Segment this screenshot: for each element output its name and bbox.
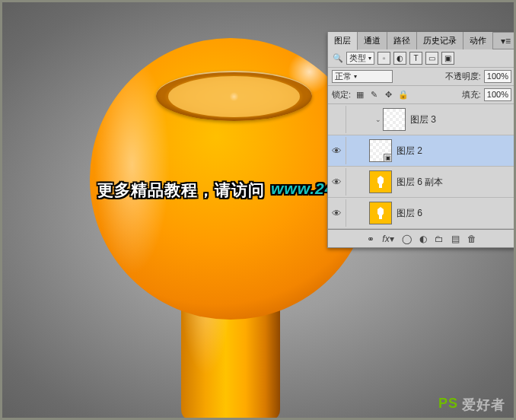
- eye-icon: 👁: [332, 208, 342, 219]
- tab-actions[interactable]: 动作: [463, 32, 493, 49]
- filter-pixel-icon[interactable]: ▫: [377, 52, 390, 65]
- lock-label: 锁定:: [332, 89, 351, 100]
- lock-image-icon[interactable]: ✎: [368, 89, 380, 100]
- blend-mode-value: 正常: [335, 71, 352, 82]
- visibility-toggle[interactable]: [328, 106, 346, 133]
- filter-type-icon[interactable]: T: [409, 52, 422, 65]
- filter-kind-label: 类型: [349, 52, 366, 64]
- layer-thumbnail[interactable]: [369, 202, 392, 224]
- lock-all-icon[interactable]: 🔒: [397, 89, 409, 100]
- layer-row[interactable]: 👁 图层 6: [328, 198, 515, 229]
- tab-layers[interactable]: 图层: [328, 32, 358, 50]
- filter-row: 🔍 类型 ▾ ▫ ◐ T ▭ ▣: [328, 49, 515, 68]
- layer-name[interactable]: 图层 3: [410, 113, 436, 126]
- filter-kind-select[interactable]: 类型 ▾: [346, 52, 374, 65]
- group-icon[interactable]: 🗀: [435, 234, 444, 244]
- lock-row: 锁定: ▦ ✎ ✥ 🔒 填充: 100%: [328, 86, 515, 104]
- layer-row[interactable]: 👁 图层 6 副本: [328, 167, 515, 198]
- chevron-down-icon: ▾: [368, 55, 371, 62]
- link-layers-icon[interactable]: ⚭: [367, 234, 374, 244]
- opacity-label: 不透明度:: [445, 71, 481, 82]
- panel-bottom-bar: ⚭ fx▾ ◯ ◐ 🗀 ▤ 🗑: [328, 229, 515, 247]
- layer-name[interactable]: 图层 2: [397, 145, 422, 158]
- layers-panel: 图层 通道 路径 历史记录 动作 ▾≡ 🔍 类型 ▾ ▫ ◐ T ▭ ▣ 正常 …: [327, 32, 516, 248]
- tab-channels[interactable]: 通道: [358, 32, 387, 49]
- layer-row[interactable]: ⌄ 图层 3: [328, 104, 515, 135]
- mask-icon[interactable]: ◯: [402, 234, 412, 244]
- fill-value[interactable]: 100%: [484, 88, 511, 101]
- tab-history[interactable]: 历史记录: [417, 32, 463, 49]
- layer-name[interactable]: 图层 6: [397, 207, 422, 220]
- watermark-left: PS: [438, 396, 458, 414]
- eye-icon: 👁: [332, 177, 342, 188]
- watermark: PS 爱好者: [438, 396, 505, 414]
- filter-adjust-icon[interactable]: ◐: [393, 52, 406, 65]
- fx-icon[interactable]: fx▾: [382, 234, 393, 244]
- opacity-value[interactable]: 100%: [484, 70, 511, 83]
- new-layer-icon[interactable]: ▤: [451, 234, 460, 244]
- panel-tabs: 图层 通道 路径 历史记录 动作 ▾≡: [328, 33, 515, 49]
- layer-thumbnail[interactable]: ▣: [369, 139, 392, 162]
- layer-name[interactable]: 图层 6 副本: [397, 176, 443, 189]
- lock-position-icon[interactable]: ✥: [383, 89, 394, 100]
- blend-mode-select[interactable]: 正常 ▾: [332, 70, 393, 83]
- visibility-toggle[interactable]: 👁: [328, 137, 346, 164]
- smart-object-badge-icon: ▣: [384, 154, 392, 162]
- layer-thumbnail[interactable]: [383, 108, 406, 131]
- layer-row[interactable]: 👁 ▣ 图层 2: [328, 135, 515, 167]
- tab-paths[interactable]: 路径: [387, 32, 417, 49]
- delete-icon[interactable]: 🗑: [467, 234, 476, 244]
- lock-transparent-icon[interactable]: ▦: [354, 89, 365, 100]
- layer-thumbnail[interactable]: [369, 170, 392, 193]
- panel-menu-icon[interactable]: ▾≡: [496, 33, 515, 49]
- clip-arrow-icon[interactable]: ⌄: [374, 116, 383, 123]
- promo-text: 更多精品教程，请访问: [97, 180, 265, 201]
- visibility-toggle[interactable]: 👁: [328, 168, 346, 196]
- fill-label: 填充:: [462, 89, 481, 100]
- visibility-toggle[interactable]: 👁: [328, 199, 346, 227]
- watermark-right: 爱好者: [462, 396, 505, 414]
- filter-kind-icon[interactable]: 🔍: [332, 52, 343, 64]
- blend-row: 正常 ▾ 不透明度: 100%: [328, 68, 515, 86]
- filter-shape-icon[interactable]: ▭: [425, 52, 438, 65]
- chevron-down-icon: ▾: [354, 73, 357, 80]
- filter-smart-icon[interactable]: ▣: [441, 52, 454, 65]
- eye-icon: 👁: [332, 145, 342, 157]
- adjustment-icon[interactable]: ◐: [419, 234, 427, 244]
- layer-list: ⌄ 图层 3 👁 ▣ 图层 2 👁 图层 6 副本 👁 图层 6: [328, 104, 515, 229]
